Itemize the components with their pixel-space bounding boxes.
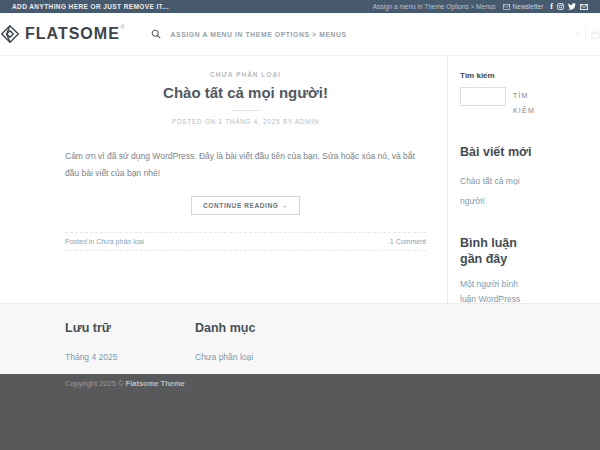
archive-link[interactable]: Tháng 4 2025 bbox=[65, 352, 117, 362]
instagram-icon[interactable] bbox=[557, 3, 564, 10]
cart-basket-icon[interactable] bbox=[591, 30, 600, 39]
comments-link[interactable]: 1 Comment bbox=[390, 238, 426, 245]
title-divider bbox=[232, 110, 260, 111]
cart-total[interactable]: đ bbox=[576, 31, 580, 38]
footer-widgets: Lưu trữ Tháng 4 2025 Danh mục Chưa phân … bbox=[0, 303, 600, 374]
post-meta: POSTED ON 1 THÁNG 4, 2025 BY ADMIN bbox=[65, 118, 426, 125]
header-divider bbox=[585, 29, 586, 39]
search-widget: Tìm kiếm TÌM KIẾM bbox=[460, 71, 535, 118]
copyright-brand: Flatsome Theme bbox=[126, 379, 185, 388]
site-logo[interactable]: FLATSOME ® bbox=[0, 24, 125, 44]
topbar: ADD ANYTHING HERE OR JUST REMOVE IT... A… bbox=[0, 0, 600, 13]
newsletter-link[interactable]: Newsletter bbox=[503, 3, 544, 10]
posted-in-prefix: Posted in bbox=[65, 238, 96, 245]
facebook-icon[interactable]: f bbox=[550, 4, 553, 10]
posted-in: Posted in Chưa phân loại bbox=[65, 238, 144, 245]
post-title: Chào tất cả mọi người! bbox=[65, 84, 426, 101]
sidebar: Tìm kiếm TÌM KIẾM Bài viết mới Chào tất … bbox=[447, 56, 535, 340]
recent-posts-widget: Bài viết mới Chào tất cả mọi người! bbox=[460, 145, 535, 209]
archives-widget: Lưu trữ Tháng 4 2025 bbox=[65, 321, 195, 364]
absolute-footer: Copyright 2025 © Flatsome Theme bbox=[0, 374, 600, 450]
copyright: Copyright 2025 © Flatsome Theme bbox=[65, 379, 535, 388]
post-excerpt: Cảm ơn vì đã sử dụng WordPress. Đây là b… bbox=[65, 148, 426, 181]
main-content: CHƯA PHÂN LOẠI Chào tất cả mọi người! PO… bbox=[0, 56, 600, 303]
post-category: CHƯA PHÂN LOẠI bbox=[65, 71, 426, 78]
post-category-link[interactable]: CHƯA PHÂN LOẠI bbox=[210, 71, 281, 78]
copyright-prefix: Copyright 2025 © bbox=[65, 379, 126, 388]
twitter-icon[interactable] bbox=[568, 3, 576, 10]
logo-text: FLATSOME bbox=[25, 24, 120, 44]
categories-title: Danh mục bbox=[195, 321, 325, 335]
blog-post: CHƯA PHÂN LOẠI Chào tất cả mọi người! PO… bbox=[65, 56, 447, 340]
registered-mark: ® bbox=[121, 24, 125, 30]
envelope-icon bbox=[503, 4, 510, 10]
topbar-menu-hint-link[interactable]: Assign a menu in Theme Options > Menus bbox=[373, 3, 496, 10]
categories-widget: Danh mục Chưa phân loại bbox=[195, 321, 325, 364]
comment-author-link[interactable]: Một người bình luận WordPress bbox=[460, 279, 520, 305]
newsletter-label: Newsletter bbox=[513, 3, 544, 10]
search-icon[interactable] bbox=[151, 29, 161, 39]
recent-posts-title: Bài viết mới bbox=[460, 145, 535, 161]
site-header: FLATSOME ® ASSIGN A MENU IN THEME OPTION… bbox=[0, 13, 600, 56]
search-widget-label: Tìm kiếm bbox=[460, 71, 535, 80]
flatsome-gem-icon bbox=[0, 24, 20, 44]
posted-in-category-link[interactable]: Chưa phân loại bbox=[96, 238, 144, 245]
search-submit-button[interactable]: TÌM KIẾM bbox=[513, 87, 535, 118]
recent-comments-title: Bình luận gần đây bbox=[460, 236, 535, 267]
nav-menu-hint-link[interactable]: ASSIGN A MENU IN THEME OPTIONS > MENUS bbox=[171, 31, 347, 38]
topbar-message: ADD ANYTHING HERE OR JUST REMOVE IT... bbox=[12, 3, 169, 10]
recent-post-link[interactable]: Chào tất cả mọi người! bbox=[460, 176, 520, 206]
search-input[interactable] bbox=[460, 87, 506, 106]
email-icon[interactable] bbox=[580, 4, 588, 10]
archives-title: Lưu trữ bbox=[65, 321, 195, 335]
post-footer-meta: Posted in Chưa phân loại 1 Comment bbox=[65, 232, 426, 251]
category-link[interactable]: Chưa phân loại bbox=[195, 352, 253, 362]
continue-reading-button[interactable]: CONTINUE READING → bbox=[191, 196, 300, 215]
